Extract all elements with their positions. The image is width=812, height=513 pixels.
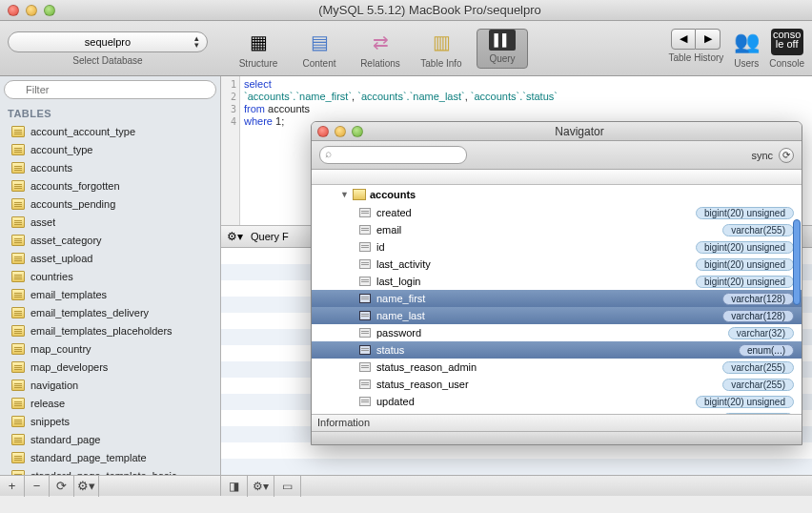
table-icon xyxy=(11,271,25,282)
navigator-titlebar[interactable]: Navigator xyxy=(312,122,802,141)
table-row[interactable]: account_account_type xyxy=(0,122,220,140)
table-history-nav: ◀ ▶ xyxy=(671,29,721,50)
table-name: asset xyxy=(30,216,55,228)
tab-tableinfo[interactable]: ▥ Table Info xyxy=(416,29,467,69)
table-row[interactable]: asset_upload xyxy=(0,249,220,267)
table-row[interactable]: standard_page xyxy=(0,430,220,448)
remove-table-button[interactable]: − xyxy=(25,476,50,497)
navigator-minimize-icon[interactable] xyxy=(335,126,346,137)
column-type-badge: varchar(255) xyxy=(722,413,794,415)
table-row[interactable]: map_developers xyxy=(0,358,220,376)
content-footer: ◨ ⚙▾ ▭ xyxy=(221,475,812,496)
table-icon xyxy=(11,162,25,174)
console-icon: console off xyxy=(771,29,803,55)
navigator-column-row[interactable]: status_reason_uservarchar(255) xyxy=(312,376,802,393)
tab-query[interactable]: ▌▌ Query xyxy=(477,29,528,69)
column-icon xyxy=(359,362,371,372)
navigator-table-node[interactable]: ▼accounts xyxy=(312,185,802,204)
table-row[interactable]: snippets xyxy=(0,412,220,430)
table-row[interactable]: standard_page_template_basic xyxy=(0,466,220,475)
table-icon xyxy=(11,307,25,318)
table-row[interactable]: asset xyxy=(0,213,220,231)
sync-reload-button[interactable]: ⟳ xyxy=(779,148,794,163)
navigator-column-row[interactable]: createdbigint(20) unsigned xyxy=(312,204,802,221)
close-window-icon[interactable] xyxy=(8,5,19,16)
history-back-button[interactable]: ◀ xyxy=(671,29,696,50)
table-icon xyxy=(11,416,25,427)
table-row[interactable]: navigation xyxy=(0,376,220,394)
column-icon xyxy=(359,380,371,389)
navigator-column-row[interactable]: status_reason_adminvarchar(255) xyxy=(312,359,802,376)
column-type-badge: varchar(255) xyxy=(722,361,794,374)
select-arrows-icon: ▴▾ xyxy=(194,35,199,49)
table-row[interactable]: countries xyxy=(0,267,220,285)
table-row[interactable]: email_templates_placeholders xyxy=(0,321,220,339)
refresh-tables-button[interactable]: ⟳ xyxy=(50,476,74,497)
table-row[interactable]: release xyxy=(0,394,220,412)
tab-relations[interactable]: ⇄ Relations xyxy=(355,29,406,69)
content-icon: ▤ xyxy=(304,29,335,55)
table-icon xyxy=(11,380,25,391)
navigator-scrollbar[interactable] xyxy=(793,219,801,305)
tab-structure[interactable]: ▦ Structure xyxy=(233,29,284,69)
table-icon xyxy=(11,216,25,228)
table-row[interactable]: accounts xyxy=(0,158,220,176)
table-icon xyxy=(11,235,25,246)
table-row[interactable]: accounts_pending xyxy=(0,195,220,213)
table-row[interactable]: map_country xyxy=(0,339,220,358)
relations-icon: ⇄ xyxy=(365,29,396,55)
add-table-button[interactable]: + xyxy=(0,476,25,497)
table-name: accounts_forgotten xyxy=(30,180,120,192)
console-button[interactable]: console off Console xyxy=(769,29,804,69)
table-icon xyxy=(11,253,25,264)
table-name: asset_category xyxy=(30,235,102,246)
structure-icon: ▦ xyxy=(243,29,274,55)
navigator-column-row[interactable]: usernamevarchar(255) xyxy=(312,410,802,414)
navigator-column-row[interactable]: passwordvarchar(32) xyxy=(312,324,802,341)
table-name: asset_upload xyxy=(30,253,92,264)
column-icon xyxy=(359,225,371,235)
table-name: map_country xyxy=(30,343,91,355)
column-name: name_last xyxy=(376,310,722,321)
toggle-sidebar-button[interactable]: ◨ xyxy=(221,476,248,497)
history-forward-button[interactable]: ▶ xyxy=(696,29,721,50)
disclosure-triangle-icon[interactable]: ▼ xyxy=(340,190,349,199)
users-button[interactable]: 👥 Users xyxy=(731,29,761,69)
table-name: snippets xyxy=(30,416,70,427)
query-settings-button[interactable]: ⚙▾ xyxy=(227,230,243,243)
tab-content[interactable]: ▤ Content xyxy=(294,29,345,69)
table-actions-button[interactable]: ⚙▾ xyxy=(74,476,99,497)
minimize-window-icon[interactable] xyxy=(26,5,37,16)
column-type-badge: bigint(20) unsigned xyxy=(696,276,794,288)
zoom-window-icon[interactable] xyxy=(44,5,55,16)
table-row[interactable]: email_templates_delivery xyxy=(0,303,220,321)
column-name: email xyxy=(376,224,722,236)
table-row[interactable]: asset_category xyxy=(0,231,220,249)
table-row[interactable]: account_type xyxy=(0,140,220,158)
toggle-pane-button[interactable]: ▭ xyxy=(274,476,301,497)
table-row[interactable]: accounts_forgotten xyxy=(0,176,220,195)
navigator-column-row[interactable]: last_activitybigint(20) unsigned xyxy=(312,256,802,273)
database-select[interactable]: sequelpro ▴▾ xyxy=(8,31,208,52)
navigator-column-row[interactable]: last_loginbigint(20) unsigned xyxy=(312,273,802,290)
navigator-column-row[interactable]: emailvarchar(255) xyxy=(312,221,802,238)
navigator-zoom-icon[interactable] xyxy=(352,126,363,137)
database-select-label: Select Database xyxy=(72,55,142,66)
footer-actions-button[interactable]: ⚙▾ xyxy=(248,476,274,497)
column-icon xyxy=(359,242,371,252)
navigator-close-icon[interactable] xyxy=(317,126,329,137)
window-title: (MySQL 5.5.12) MacBook Pro/sequelpro xyxy=(55,3,804,17)
table-name: email_templates xyxy=(30,289,107,300)
navigator-column-row[interactable]: name_firstvarchar(128) xyxy=(312,290,802,307)
column-name: last_login xyxy=(376,276,696,287)
navigator-column-row[interactable]: name_lastvarchar(128) xyxy=(312,307,802,324)
navigator-column-row[interactable]: idbigint(20) unsigned xyxy=(312,238,802,256)
table-row[interactable]: email_templates xyxy=(0,285,220,303)
table-name: email_templates_delivery xyxy=(30,307,149,318)
column-name: password xyxy=(376,327,728,339)
navigator-search-input[interactable] xyxy=(319,146,467,164)
table-row[interactable]: standard_page_template xyxy=(0,448,220,466)
table-filter-input[interactable] xyxy=(4,80,216,99)
navigator-column-row[interactable]: statusenum(...) xyxy=(312,341,802,359)
navigator-column-row[interactable]: updatedbigint(20) unsigned xyxy=(312,393,802,410)
